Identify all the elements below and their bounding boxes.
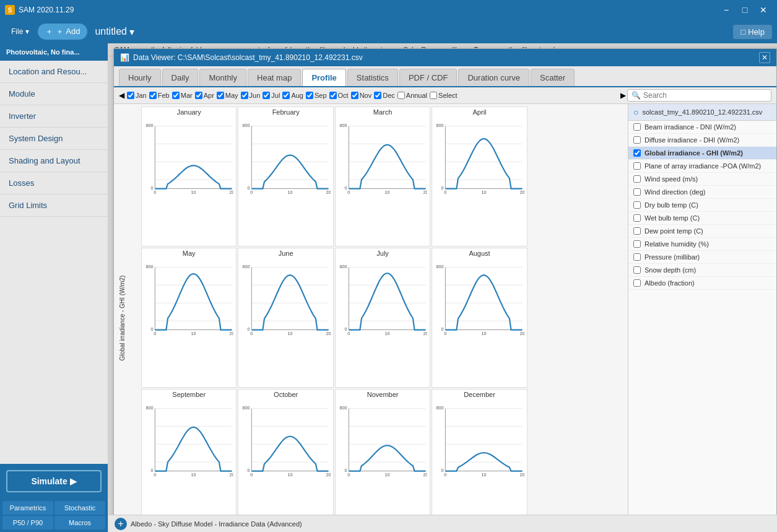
month-jun[interactable]: Jun [241, 92, 261, 99]
tab-hourly[interactable]: Hourly [119, 69, 161, 86]
simulate-button[interactable]: Simulate ▶ [6, 470, 102, 492]
sidebar-item-location[interactable]: Location and Resou... [0, 61, 108, 83]
tab-heatmap[interactable]: Heat map [248, 69, 301, 86]
sidebar-item-shading[interactable]: Shading and Layout [0, 150, 108, 172]
variable-checkbox-7[interactable] [633, 214, 641, 222]
chart-cell-august: August080001020 [432, 248, 527, 388]
add-button[interactable]: ＋ ＋ Add [38, 24, 87, 40]
variable-item-4[interactable]: Wind speed (m/s) [628, 173, 776, 186]
close-button[interactable]: ✕ [755, 3, 772, 17]
variable-checkbox-12[interactable] [633, 279, 641, 287]
chart-title-april: April [435, 108, 524, 116]
month-oct[interactable]: Oct [329, 92, 349, 99]
window-controls: − □ ✕ [718, 3, 772, 17]
month-sep[interactable]: Sep [306, 92, 327, 99]
variable-checkbox-11[interactable] [633, 266, 641, 274]
tab-monthly[interactable]: Monthly [199, 69, 246, 86]
svg-text:0: 0 [445, 190, 447, 195]
variable-checkbox-8[interactable] [633, 227, 641, 235]
variable-label-2: Global irradiance - GHI (W/m2) [645, 149, 743, 157]
stochastic-button[interactable]: Stochastic [54, 501, 105, 515]
dialog-close-button[interactable]: ✕ [759, 52, 770, 63]
tab-daily[interactable]: Daily [162, 69, 199, 86]
svg-text:10: 10 [482, 190, 487, 195]
macros-button[interactable]: Macros [54, 516, 105, 530]
help-button[interactable]: □ Help [733, 25, 772, 39]
scroll-right[interactable]: ▶ [620, 90, 626, 101]
variable-checkbox-6[interactable] [633, 201, 641, 209]
month-aug[interactable]: Aug [282, 92, 303, 99]
content-area: SAM scans the following folders on your … [108, 43, 777, 532]
search-input[interactable] [643, 91, 767, 100]
sidebar-bottom: Simulate ▶ [0, 464, 108, 499]
chart-cell-march: March080001020 [335, 107, 430, 246]
svg-text:0: 0 [150, 326, 153, 332]
month-annual[interactable]: Annual [397, 92, 427, 99]
variable-checkbox-3[interactable] [633, 162, 641, 170]
variable-item-2[interactable]: Global irradiance - GHI (W/m2) [628, 147, 776, 160]
svg-text:800: 800 [243, 123, 250, 128]
variable-checkbox-4[interactable] [633, 175, 641, 183]
month-jan[interactable]: Jan [127, 92, 147, 99]
sidebar-item-inverter[interactable]: Inverter [0, 105, 108, 128]
parametrics-button[interactable]: Parametrics [2, 501, 53, 515]
variable-checkbox-1[interactable] [633, 136, 641, 144]
month-select[interactable]: Select [430, 92, 458, 99]
svg-text:0: 0 [441, 185, 444, 191]
variable-label-0: Beam irradiance - DNI (W/m2) [645, 123, 736, 131]
p50-p90-button[interactable]: P50 / P90 [2, 516, 53, 530]
variable-label-7: Wet bulb temp (C) [645, 214, 700, 222]
chart-title-february: February [241, 108, 330, 116]
svg-text:10: 10 [482, 331, 487, 336]
tab-scatter[interactable]: Scatter [531, 69, 575, 86]
month-feb[interactable]: Feb [149, 92, 170, 99]
sidebar-item-losses[interactable]: Losses [0, 172, 108, 194]
svg-text:20: 20 [230, 190, 234, 195]
variable-checkbox-10[interactable] [633, 253, 641, 261]
svg-text:0: 0 [441, 468, 444, 473]
variable-checkbox-5[interactable] [633, 188, 641, 196]
variable-checkbox-0[interactable] [633, 123, 641, 131]
variable-item-6[interactable]: Dry bulb temp (C) [628, 199, 776, 212]
svg-text:800: 800 [436, 405, 444, 411]
tab-statistics[interactable]: Statistics [347, 69, 398, 86]
svg-text:0: 0 [344, 326, 347, 332]
svg-text:20: 20 [326, 472, 331, 477]
svg-text:800: 800 [243, 405, 250, 411]
month-apr[interactable]: Apr [195, 92, 214, 99]
maximize-button[interactable]: □ [736, 3, 753, 17]
month-dec[interactable]: Dec [374, 92, 395, 99]
svg-text:0: 0 [150, 468, 153, 473]
tab-pdfcdf[interactable]: PDF / CDF [399, 69, 458, 86]
variable-item-12[interactable]: Albedo (fraction) [628, 277, 776, 290]
variable-item-7[interactable]: Wet bulb temp (C) [628, 212, 776, 225]
file-menu[interactable]: File ▾ [5, 25, 35, 38]
file-item[interactable]: ○ solcast_tmy_41.890210_12.492231.csv [628, 104, 776, 121]
variable-item-5[interactable]: Wind direction (deg) [628, 186, 776, 199]
scroll-left[interactable]: ◀ [119, 90, 124, 101]
variable-item-11[interactable]: Snow depth (cm) [628, 264, 776, 277]
variable-item-1[interactable]: Diffuse irradiance - DHI (W/m2) [628, 134, 776, 147]
sidebar-item-system-design[interactable]: System Design [0, 128, 108, 150]
variable-item-0[interactable]: Beam irradiance - DNI (W/m2) [628, 121, 776, 134]
variable-item-9[interactable]: Relative humidity (%) [628, 238, 776, 251]
variable-item-10[interactable]: Pressure (millibar) [628, 251, 776, 264]
minimize-button[interactable]: − [718, 3, 735, 17]
month-jul[interactable]: Jul [263, 92, 280, 99]
status-add-icon[interactable]: + [115, 518, 127, 530]
variable-checkbox-9[interactable] [633, 240, 641, 248]
variable-item-8[interactable]: Dew point temp (C) [628, 225, 776, 238]
variable-item-3[interactable]: Plane of array irradiance -POA (W/m2) [628, 160, 776, 173]
tab-duration[interactable]: Duration curve [458, 69, 529, 86]
sidebar-item-grid-limits[interactable]: Grid Limits [0, 194, 108, 217]
variable-checkbox-2[interactable] [633, 149, 641, 157]
help-icon: □ [740, 27, 745, 37]
month-may[interactable]: May [217, 92, 238, 99]
dialog-icon: 📊 [120, 53, 129, 62]
month-mar[interactable]: Mar [172, 92, 193, 99]
tab-profile[interactable]: Profile [302, 69, 345, 86]
sidebar-item-module[interactable]: Module [0, 83, 108, 105]
month-nov[interactable]: Nov [351, 92, 372, 99]
project-title[interactable]: untitled ▾ [95, 26, 134, 38]
svg-text:800: 800 [145, 123, 153, 128]
